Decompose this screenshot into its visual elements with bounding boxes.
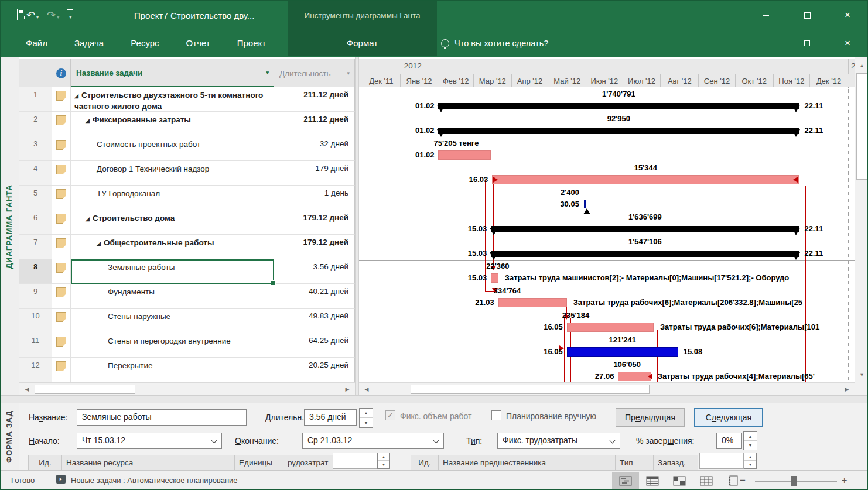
indicator-cell[interactable] (52, 235, 71, 259)
tell-me-box[interactable]: Что вы хотите сделать? (441, 30, 548, 56)
task-name-cell[interactable]: ◢Строительство дома (71, 210, 274, 235)
view-bar-bottom[interactable]: ФОРМА ЗАД (1, 403, 19, 470)
spin-up-icon[interactable]: ▲ (744, 453, 756, 461)
collapse-triangle-icon[interactable]: ◢ (86, 118, 90, 124)
start-date-combo[interactable]: Чт 15.03.12 (77, 433, 222, 449)
indicator-cell[interactable] (52, 358, 71, 382)
task-name-cell[interactable]: ◢Фиксированные затраты (71, 112, 274, 136)
horizontal-splitter[interactable] (1, 395, 868, 403)
indicator-cell[interactable] (52, 161, 71, 186)
manual-schedule-checkbox[interactable] (491, 410, 501, 420)
tab-4[interactable]: Отчет (173, 30, 224, 56)
row-number[interactable]: 4 (19, 161, 52, 186)
summary-bar[interactable] (438, 128, 799, 134)
name-filter-icon[interactable]: ▾ (266, 70, 269, 76)
row-number[interactable]: 2 (19, 112, 52, 136)
view-task-usage-icon[interactable] (639, 472, 666, 489)
milestone-tick[interactable] (584, 200, 586, 208)
task-duration-cell[interactable]: 64.25 дней (274, 333, 355, 358)
row-number[interactable]: 5 (19, 186, 52, 210)
close-button[interactable]: × (835, 5, 860, 25)
duration-spinner[interactable]: ▲ ▼ (359, 408, 373, 428)
spin-down-icon[interactable]: ▼ (744, 441, 757, 450)
row-number[interactable]: 12 (19, 358, 52, 382)
predecessor-col-header[interactable]: Тип (615, 455, 654, 470)
task-name-cell[interactable]: ТУ Горводоканал (71, 186, 274, 210)
scroll-down-icon[interactable]: ▼ (856, 369, 867, 381)
task-type-combo[interactable]: Фикс. трудозатраты (497, 433, 620, 449)
customize-qat-icon[interactable]: ▾ (67, 9, 73, 21)
next-task-button[interactable]: Следующая (694, 408, 763, 427)
row-number[interactable]: 1 (19, 87, 52, 112)
task-duration-cell[interactable]: 179.12 дней (274, 210, 355, 235)
task-duration-cell[interactable]: 1 день (274, 186, 355, 210)
scroll-left-icon[interactable]: ◀ (22, 384, 32, 395)
task-name-cell[interactable]: Фундаменты (71, 284, 274, 309)
grid-spinner[interactable]: ▲▼ (377, 453, 390, 469)
resource-col-header[interactable]: Единицы (234, 455, 283, 470)
chart-vscrollbar[interactable]: ▲ ▼ (855, 57, 868, 395)
duration-column-header[interactable]: Длительность ▾ (274, 59, 355, 87)
task-name-cell[interactable]: Стены и перегородки внутренние (71, 333, 274, 358)
tab-2[interactable]: Задача (61, 30, 117, 56)
spin-up-icon[interactable]: ▲ (378, 453, 389, 461)
previous-task-button[interactable]: Предыдущая (616, 408, 685, 427)
indicator-cell[interactable] (52, 333, 71, 358)
progress-bar[interactable] (567, 347, 678, 357)
task-duration-cell[interactable]: 179.12 дней (274, 235, 355, 259)
resource-col-header[interactable]: Ид. (28, 455, 62, 470)
finish-date-combo[interactable]: Ср 21.03.12 (302, 433, 444, 449)
indicator-cell[interactable] (52, 210, 71, 235)
duration-filter-icon[interactable]: ▾ (347, 70, 350, 76)
task-bar[interactable] (618, 372, 651, 381)
info-column-header[interactable]: i (52, 59, 71, 87)
task-duration-cell[interactable]: 179 дней (274, 161, 355, 186)
table-hscrollbar[interactable]: ◀ ▶ (19, 382, 355, 395)
resource-col-header[interactable]: рудозатрат (283, 455, 333, 470)
task-duration-cell[interactable]: 49.83 дней (274, 309, 355, 333)
indicator-cell[interactable] (52, 136, 71, 161)
task-name-input[interactable]: Земляные работы (77, 409, 247, 426)
summary-bar[interactable] (438, 103, 799, 109)
task-bar[interactable] (498, 298, 567, 307)
task-name-cell[interactable]: Стоимость проектных работ (71, 136, 274, 161)
resource-col-header[interactable]: Название ресурса (61, 455, 235, 470)
row-number[interactable]: 8 (19, 259, 52, 284)
select-all-corner[interactable] (19, 59, 52, 87)
task-name-cell[interactable]: ◢Строительство двухэтажного 5-ти комнатн… (71, 87, 274, 112)
vscroll-thumb[interactable] (856, 73, 867, 180)
task-bar[interactable] (492, 175, 799, 184)
minimize-button[interactable] (753, 5, 778, 25)
task-name-cell[interactable]: ◢Общестроительные работы (71, 235, 274, 259)
zoom-out-icon[interactable]: − (740, 475, 746, 486)
indicator-cell[interactable] (52, 87, 71, 112)
maximize-button[interactable] (795, 5, 819, 25)
row-number[interactable]: 11 (19, 333, 52, 358)
task-bar[interactable] (567, 323, 654, 332)
summary-bar[interactable] (491, 226, 799, 232)
scroll-up-icon[interactable]: ▲ (856, 60, 867, 71)
task-name-cell[interactable]: Договор 1 Технический надзор (71, 161, 274, 186)
fixed-work-checkbox[interactable]: ✓ (385, 410, 395, 420)
duration-input[interactable]: 3.56 дней (304, 409, 357, 426)
tab-3[interactable]: Ресурс (117, 30, 172, 56)
redo-icon[interactable]: ↷▾ (47, 10, 59, 21)
indicator-cell[interactable] (52, 186, 71, 210)
row-number[interactable]: 10 (19, 309, 52, 333)
task-name-cell[interactable]: Перекрытие (71, 358, 274, 382)
percent-spinner[interactable]: ▲ ▼ (743, 431, 757, 450)
undo-icon[interactable]: ↶▾ (26, 10, 39, 21)
zoom-in-icon[interactable]: + (842, 475, 847, 486)
predecessor-col-header[interactable]: Ид. (411, 455, 439, 470)
indicator-cell[interactable] (52, 284, 71, 309)
task-bar[interactable] (438, 150, 491, 160)
spin-down-icon[interactable]: ▼ (360, 418, 373, 427)
task-bar[interactable] (491, 273, 498, 283)
task-duration-cell[interactable]: 20.25 дней (274, 358, 355, 382)
summary-bar[interactable] (491, 251, 799, 257)
task-duration-cell[interactable]: 211.12 дней (274, 87, 355, 112)
predecessor-col-header[interactable]: Название предшественника (438, 455, 616, 470)
view-team-planner-icon[interactable] (666, 472, 693, 489)
row-number[interactable]: 6 (19, 210, 52, 235)
tab-1[interactable]: Файл (12, 30, 61, 56)
